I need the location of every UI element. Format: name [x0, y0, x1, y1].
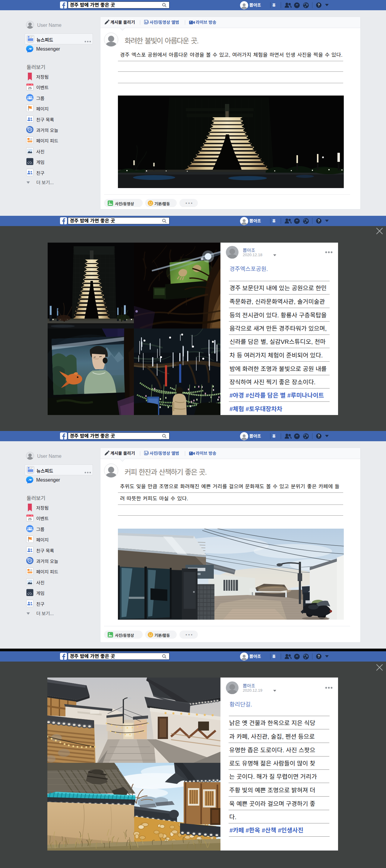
svg-text:?: ?: [318, 654, 320, 658]
svg-text:?: ?: [318, 434, 320, 438]
svg-text:?: ?: [318, 219, 320, 223]
svg-text:?: ?: [318, 3, 320, 7]
svg-text:25: 25: [28, 517, 32, 521]
svg-text:25: 25: [28, 86, 32, 90]
